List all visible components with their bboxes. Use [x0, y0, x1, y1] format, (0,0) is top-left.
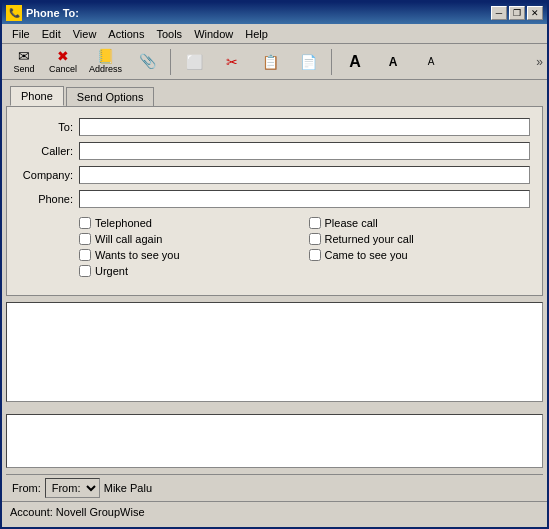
checkbox-urgent: Urgent: [79, 265, 301, 277]
font-medium-icon: A: [389, 56, 398, 68]
caller-row: Caller:: [19, 141, 530, 161]
font-large-button[interactable]: A: [337, 47, 373, 77]
urgent-label: Urgent: [95, 265, 128, 277]
menu-view[interactable]: View: [67, 26, 103, 42]
main-text-area-container: [6, 302, 543, 402]
form-area: To: Caller: Company: Phone: Telephoned: [6, 106, 543, 296]
came-to-see-you-label: Came to see you: [325, 249, 408, 261]
checkbox-telephoned: Telephoned: [79, 217, 301, 229]
tab-bar: Phone Send Options: [2, 80, 547, 106]
menu-file[interactable]: File: [6, 26, 36, 42]
cut-icon: ✂: [226, 55, 238, 69]
font-medium-button[interactable]: A: [375, 47, 411, 77]
wants-to-see-you-checkbox[interactable]: [79, 249, 91, 261]
phone-input[interactable]: [79, 190, 530, 208]
paste-button[interactable]: 📄: [290, 47, 326, 77]
menu-bar: File Edit View Actions Tools Window Help: [2, 24, 547, 44]
from-value: Mike Palu: [104, 482, 152, 494]
copy-button[interactable]: 📋: [252, 47, 288, 77]
app-icon: 📞: [6, 5, 22, 21]
from-select[interactable]: From:: [45, 478, 100, 498]
checkbox-returned-your-call: Returned your call: [309, 233, 531, 245]
send-icon: ✉: [18, 49, 30, 63]
company-label: Company:: [19, 169, 79, 181]
wants-to-see-you-label: Wants to see you: [95, 249, 180, 261]
print-button[interactable]: ⬜: [176, 47, 212, 77]
returned-your-call-checkbox[interactable]: [309, 233, 321, 245]
paste-icon: 📄: [300, 55, 317, 69]
font-large-icon: A: [349, 54, 361, 70]
send-label: Send: [13, 64, 34, 74]
toolbar: ✉ Send ✖ Cancel 📒 Address 📎 ⬜ ✂ 📋 📄: [2, 44, 547, 80]
print-icon: ⬜: [186, 55, 203, 69]
from-label: From:: [12, 482, 41, 494]
cancel-label: Cancel: [49, 64, 77, 74]
urgent-checkbox[interactable]: [79, 265, 91, 277]
to-input[interactable]: [79, 118, 530, 136]
cancel-button[interactable]: ✖ Cancel: [44, 47, 82, 77]
came-to-see-you-checkbox[interactable]: [309, 249, 321, 261]
checkbox-please-call: Please call: [309, 217, 531, 229]
checkbox-area: Telephoned Please call Will call again R…: [79, 217, 530, 277]
will-call-again-checkbox[interactable]: [79, 233, 91, 245]
checkbox-wants-to-see-you: Wants to see you: [79, 249, 301, 261]
restore-button[interactable]: ❐: [509, 6, 525, 20]
address-button[interactable]: 📒 Address: [84, 47, 127, 77]
from-bar: From: From: Mike Palu: [6, 474, 543, 501]
status-bar: Account: Novell GroupWise: [2, 501, 547, 521]
attach-button[interactable]: 📎: [129, 47, 165, 77]
company-input[interactable]: [79, 166, 530, 184]
status-text: Account: Novell GroupWise: [10, 506, 145, 518]
small-text-area-container: [6, 414, 543, 468]
checkbox-will-call-again: Will call again: [79, 233, 301, 245]
attach-icon: 📎: [139, 54, 156, 68]
address-icon: 📒: [97, 49, 114, 63]
please-call-checkbox[interactable]: [309, 217, 321, 229]
returned-your-call-label: Returned your call: [325, 233, 414, 245]
minimize-button[interactable]: ─: [491, 6, 507, 20]
font-small-icon: A: [428, 57, 435, 67]
to-row: To:: [19, 117, 530, 137]
toolbar-separator-1: [170, 49, 171, 75]
tab-send-options[interactable]: Send Options: [66, 87, 155, 106]
main-text-area[interactable]: [7, 303, 542, 401]
cancel-icon: ✖: [57, 49, 69, 63]
title-bar: 📞 Phone To: ─ ❐ ✕: [2, 2, 547, 24]
font-small-button[interactable]: A: [413, 47, 449, 77]
to-label: To:: [19, 121, 79, 133]
menu-edit[interactable]: Edit: [36, 26, 67, 42]
menu-help[interactable]: Help: [239, 26, 274, 42]
will-call-again-label: Will call again: [95, 233, 162, 245]
tab-phone[interactable]: Phone: [10, 86, 64, 106]
window-title: Phone To:: [26, 7, 79, 19]
caller-label: Caller:: [19, 145, 79, 157]
please-call-label: Please call: [325, 217, 378, 229]
cut-button[interactable]: ✂: [214, 47, 250, 77]
toolbar-extend[interactable]: »: [536, 55, 543, 69]
address-label: Address: [89, 64, 122, 74]
phone-row: Phone:: [19, 189, 530, 209]
small-text-area[interactable]: [7, 415, 542, 467]
phone-label: Phone:: [19, 193, 79, 205]
checkbox-came-to-see-you: Came to see you: [309, 249, 531, 261]
copy-icon: 📋: [262, 55, 279, 69]
menu-tools[interactable]: Tools: [150, 26, 188, 42]
window-controls: ─ ❐ ✕: [491, 6, 543, 20]
company-row: Company:: [19, 165, 530, 185]
send-button[interactable]: ✉ Send: [6, 47, 42, 77]
menu-window[interactable]: Window: [188, 26, 239, 42]
menu-actions[interactable]: Actions: [102, 26, 150, 42]
toolbar-separator-2: [331, 49, 332, 75]
telephoned-checkbox[interactable]: [79, 217, 91, 229]
telephoned-label: Telephoned: [95, 217, 152, 229]
close-button[interactable]: ✕: [527, 6, 543, 20]
caller-input[interactable]: [79, 142, 530, 160]
